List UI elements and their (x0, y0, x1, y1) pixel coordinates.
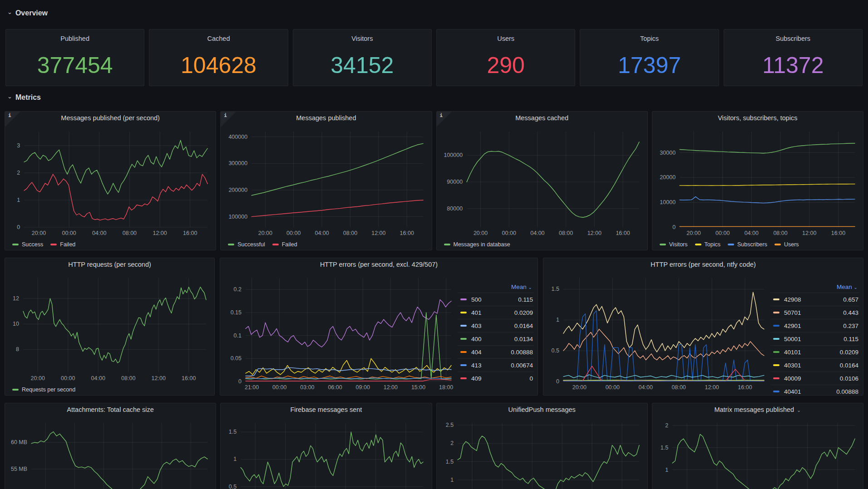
panel-title[interactable]: Attachments: Total cache size (20, 406, 200, 416)
panel-unifiedpush-messages: UnifiedPush messages 0.511.522.5 (436, 403, 648, 489)
chart-firebase-messages[interactable]: 0.511.5 (222, 417, 429, 489)
legend-table-row[interactable]: 404010.00888 (770, 385, 859, 396)
legend-code: 50701 (784, 309, 843, 316)
legend-mean-value: 0.00674 (511, 362, 533, 369)
legend-code: 40009 (784, 375, 840, 382)
panel-info-corner[interactable]: i (5, 112, 20, 127)
chevron-down-icon: ⌄ (854, 285, 858, 290)
svg-text:0.05: 0.05 (231, 355, 242, 362)
legend-item[interactable]: Requests per second (12, 386, 75, 393)
chart-legend: Messages in database (444, 241, 510, 248)
svg-text:10: 10 (13, 321, 19, 327)
chart-unifiedpush-messages[interactable]: 0.511.522.5 (439, 417, 646, 489)
legend-swatch (773, 364, 779, 366)
stat-title: Topics (580, 35, 718, 42)
legend-table-row[interactable]: 4130.00674 (458, 358, 534, 372)
section-metrics-label: Metrics (15, 93, 41, 102)
chart-http-errors-ntfy[interactable]: 00.511.520:0000:0004:0008:0012:0016:00 (545, 272, 770, 392)
legend-mean-value: 0.00888 (511, 349, 533, 356)
legend-mean-value: 0.0164 (514, 323, 533, 329)
panel-title[interactable]: Messages published (236, 114, 416, 124)
legend-table-row[interactable]: 4000.0134 (458, 332, 534, 345)
legend-mean-value: 0.0209 (840, 349, 858, 356)
legend-table-row[interactable]: 500010.115 (770, 332, 859, 345)
legend-item[interactable]: Topics (695, 241, 720, 248)
legend-table-row[interactable]: 400090.0106 (770, 372, 859, 385)
section-overview[interactable]: ⌄ Overview (7, 9, 48, 17)
legend-item[interactable]: Success (12, 241, 43, 248)
panel-messages-published-total: i Messages published 1000002000003000004… (220, 111, 432, 250)
panel-attachments-cache-size: Attachments: Total cache size 55 MB60 MB (5, 403, 216, 489)
svg-text:55 MB: 55 MB (11, 466, 27, 472)
legend-item[interactable]: Successful (228, 241, 265, 248)
chart-http-errors-excl[interactable]: 00.050.10.150.221:0000:0003:0006:0009:00… (222, 272, 458, 392)
chart-visitors-subscribers-topics[interactable]: 010000200003000020:0000:0004:0008:0012:0… (654, 125, 861, 238)
charts-row-1: i Messages published (per second) 012320… (5, 111, 863, 250)
chart-matrix-messages[interactable]: 0.511.52 (654, 417, 861, 489)
chart-http-requests[interactable]: 8101220:0000:0004:0008:0012:0016:00 (7, 272, 212, 383)
panel-matrix-messages: Matrix messages published⌄ 0.511.52 (652, 403, 863, 489)
legend-table-row[interactable]: 4030.0164 (458, 319, 534, 332)
legend-item[interactable]: Visitors (660, 241, 688, 248)
svg-text:80000: 80000 (447, 205, 463, 212)
chart-attachments-cache-size[interactable]: 55 MB60 MB (7, 417, 214, 489)
svg-text:30000: 30000 (660, 150, 676, 156)
legend-sort-mean[interactable]: Mean ⌄ (458, 283, 534, 293)
legend-table-row[interactable]: 403010.0164 (770, 358, 859, 372)
legend-table-row[interactable]: 401010.0209 (770, 345, 859, 358)
section-metrics[interactable]: ⌄ Metrics (7, 93, 41, 102)
chart-legend: VisitorsTopicsSubscribersUsers (660, 241, 799, 248)
panel-menu-chevron-icon[interactable]: ⌄ (797, 407, 801, 413)
legend-table-row[interactable]: 4040.00888 (458, 345, 534, 358)
svg-text:12:00: 12:00 (587, 230, 601, 236)
panel-title[interactable]: Messages cached (452, 114, 632, 124)
legend-table-row[interactable]: 429080.657 (770, 293, 859, 306)
legend-mean-value: 0.0106 (840, 375, 858, 382)
info-icon: i (8, 112, 11, 118)
panel-http-requests: HTTP requests (per second) 8101220:0000:… (5, 258, 215, 396)
panel-title[interactable]: HTTP errors (per second, ntfy code) (559, 261, 848, 271)
legend-item[interactable]: Users (774, 241, 799, 248)
legend-table: Mean ⌄429080.657507010.443429010.2375000… (770, 283, 859, 392)
legend-sort-mean[interactable]: Mean ⌄ (770, 283, 859, 293)
svg-text:16:00: 16:00 (400, 230, 414, 236)
svg-text:20:00: 20:00 (473, 230, 487, 236)
chart-messages-cached[interactable]: 800009000010000020:0000:0004:0008:0012:0… (439, 125, 646, 238)
svg-text:20:00: 20:00 (258, 230, 272, 236)
legend-label: Subscribers (737, 241, 767, 248)
svg-text:1: 1 (17, 197, 20, 203)
chart-messages-published-rate[interactable]: 012320:0000:0004:0008:0012:0016:00 (7, 125, 214, 238)
svg-text:300000: 300000 (229, 160, 248, 166)
legend-swatch (773, 338, 779, 340)
legend-table-row[interactable]: 429010.237 (770, 319, 859, 332)
legend-table-row[interactable]: 507010.443 (770, 306, 859, 319)
panel-info-corner[interactable]: i (437, 112, 452, 127)
panel-title[interactable]: HTTP requests (per second) (20, 261, 199, 271)
chart-messages-published-total[interactable]: 10000020000030000040000020:0000:0004:000… (222, 125, 429, 238)
svg-text:1.5: 1.5 (552, 286, 559, 292)
svg-text:1: 1 (450, 477, 454, 483)
svg-text:100000: 100000 (229, 214, 248, 220)
legend-item[interactable]: Messages in database (444, 241, 510, 248)
panel-title[interactable]: Messages published (per second) (20, 114, 200, 124)
stat-title: Published (6, 35, 144, 42)
svg-text:04:00: 04:00 (92, 230, 106, 236)
panel-title[interactable]: Firebase messages sent (236, 406, 416, 416)
panel-title[interactable]: HTTP errors (per second, excl. 429/507) (236, 261, 522, 271)
legend-table-row[interactable]: 5000.115 (458, 293, 534, 306)
legend-table-row[interactable]: 4090 (458, 372, 534, 385)
panel-title[interactable]: Matrix messages published⌄ (668, 406, 848, 416)
legend-swatch (460, 298, 467, 300)
panel-title[interactable]: UnifiedPush messages (452, 406, 632, 416)
panel-title[interactable]: Visitors, subscribers, topics (668, 114, 848, 124)
legend-item[interactable]: Failed (50, 241, 75, 248)
legend-table: Mean ⌄5000.1154010.02094030.01644000.013… (458, 283, 534, 392)
svg-text:04:00: 04:00 (744, 230, 758, 236)
legend-item[interactable]: Failed (272, 241, 297, 248)
legend-swatch (460, 351, 467, 353)
legend-item[interactable]: Subscribers (728, 241, 767, 248)
legend-table-row[interactable]: 4010.0209 (458, 306, 534, 319)
panel-info-corner[interactable]: i (221, 112, 236, 127)
svg-text:0: 0 (672, 224, 676, 230)
svg-text:20:00: 20:00 (572, 384, 587, 391)
